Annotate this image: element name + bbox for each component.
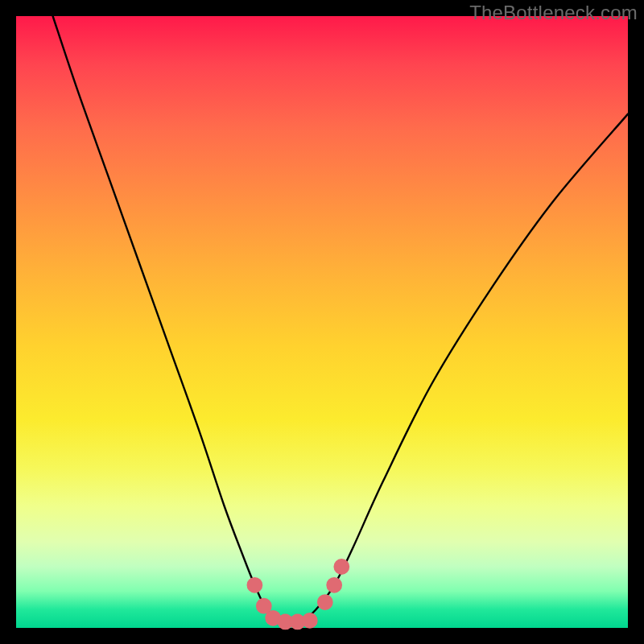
- curve-dot: [247, 577, 263, 593]
- watermark-text: TheBottleneck.com: [469, 2, 638, 24]
- curve-dot: [333, 559, 349, 575]
- bottleneck-curve: [53, 16, 628, 623]
- curve-dots: [247, 559, 350, 630]
- curve-dot: [326, 577, 342, 593]
- chart-frame: TheBottleneck.com: [0, 0, 644, 644]
- curve-dot: [317, 594, 333, 610]
- curve-dot: [302, 613, 318, 629]
- chart-overlay: [16, 16, 628, 628]
